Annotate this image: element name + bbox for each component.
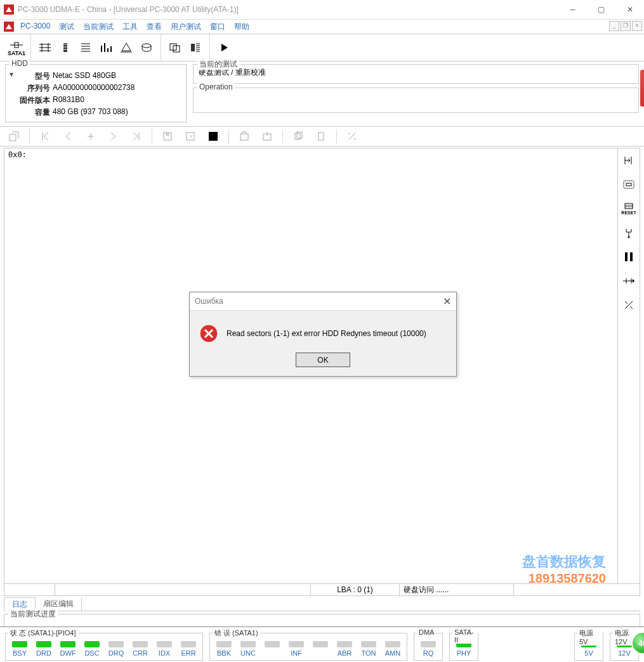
tb-btn-3[interactable] bbox=[76, 36, 96, 59]
export-icon[interactable] bbox=[180, 128, 200, 145]
error-dialog: Ошибка ✕ Read sectors (1-1) ext error HD… bbox=[189, 292, 457, 377]
copy-icon[interactable] bbox=[288, 128, 308, 145]
indicator-label: 12V bbox=[618, 649, 631, 657]
close-button[interactable]: ✕ bbox=[615, 0, 644, 19]
svg-point-23 bbox=[628, 237, 630, 238]
editor-statusbar: LBA : 0 (1) 硬盘访问 ...... bbox=[4, 584, 640, 596]
first-icon[interactable] bbox=[35, 128, 55, 145]
indicator-label: CRR bbox=[133, 649, 148, 657]
side-btn-1[interactable] bbox=[621, 153, 636, 167]
tb2-btn-b[interactable] bbox=[257, 128, 277, 145]
side-btn-reset[interactable]: RESET bbox=[621, 202, 636, 216]
svg-point-6 bbox=[142, 44, 151, 48]
svg-rect-19 bbox=[319, 133, 324, 140]
menu-view[interactable]: 查看 bbox=[143, 20, 166, 34]
operation-group: Operation bbox=[193, 88, 639, 113]
side-btn-5[interactable] bbox=[621, 298, 636, 312]
menu-test[interactable]: 测试 bbox=[55, 20, 78, 34]
svg-rect-20 bbox=[624, 181, 634, 188]
group-status: 状 态 (SATA1)-[PIO4] BSYDRDDWFDSCDRQCRRIDX… bbox=[5, 633, 203, 661]
tb-btn-1[interactable] bbox=[35, 36, 55, 59]
tb-btn-4[interactable] bbox=[96, 36, 116, 59]
status-indicator-BSY: BSY bbox=[10, 641, 30, 659]
menu-current-test[interactable]: 当前测试 bbox=[79, 20, 117, 34]
svg-rect-10 bbox=[10, 134, 16, 141]
status-indicator-DRQ: DRQ bbox=[106, 641, 126, 659]
error-indicator-INF: INF bbox=[286, 641, 306, 659]
tb2-btn-1[interactable] bbox=[4, 128, 24, 145]
menu-help[interactable]: 帮助 bbox=[230, 20, 253, 34]
svg-rect-9 bbox=[191, 44, 195, 51]
status-lba: LBA : 0 (1) bbox=[311, 584, 400, 595]
indicator-label: DWF bbox=[60, 649, 76, 657]
led-icon bbox=[133, 641, 148, 647]
indicator-label: TON bbox=[361, 649, 376, 657]
svg-rect-21 bbox=[626, 183, 631, 186]
val-serial: AA00000000000002738 bbox=[53, 83, 135, 94]
indicator-label: DSC bbox=[84, 649, 99, 657]
side-btn-3[interactable] bbox=[621, 226, 636, 240]
titlebar: PC-3000 UDMA-E - China - [Universal PC-3… bbox=[0, 0, 644, 20]
minimize-button[interactable]: ─ bbox=[558, 0, 587, 19]
val-model: Netac SSD 480GB bbox=[53, 71, 135, 82]
mdi-close-button[interactable]: × bbox=[632, 21, 642, 31]
menu-tools[interactable]: 工具 bbox=[119, 20, 141, 34]
menu-window[interactable]: 窗口 bbox=[206, 20, 229, 34]
indicator-label: 5V bbox=[584, 649, 593, 657]
dialog-message: Read sectors (1-1) ext error HDD Redynes… bbox=[227, 329, 426, 338]
port-label: SATA1 bbox=[8, 50, 25, 56]
side-tab-icon[interactable] bbox=[640, 70, 644, 107]
dma-indicator-RQ: RQ bbox=[418, 641, 438, 659]
tb-btn-7[interactable] bbox=[165, 36, 185, 59]
stop-icon[interactable] bbox=[203, 128, 223, 145]
settings-icon[interactable] bbox=[342, 128, 362, 145]
play-button[interactable] bbox=[214, 36, 234, 59]
save-icon[interactable] bbox=[157, 128, 178, 145]
operation-legend: Operation bbox=[197, 82, 235, 91]
dialog-ok-button[interactable]: OK bbox=[296, 353, 350, 367]
menu-app[interactable]: PC-3000 bbox=[16, 20, 54, 34]
led-icon bbox=[181, 641, 196, 647]
svg-rect-24 bbox=[625, 252, 628, 261]
svg-rect-25 bbox=[630, 252, 633, 261]
tb-btn-5[interactable] bbox=[116, 36, 136, 59]
status-indicator-IDX: IDX bbox=[154, 641, 174, 659]
indicator-label: UNC bbox=[240, 649, 256, 657]
hdd-expand-icon[interactable]: ▾ bbox=[8, 70, 15, 79]
side-btn-4[interactable] bbox=[621, 274, 636, 288]
val-cap: 480 GB (937 703 088) bbox=[53, 107, 135, 118]
tb2-btn-a[interactable] bbox=[234, 128, 254, 145]
dialog-close-button[interactable]: ✕ bbox=[443, 295, 451, 308]
next-icon[interactable] bbox=[103, 128, 124, 145]
indicator-bar: 状 态 (SATA1)-[PIO4] BSYDRDDWFDSCDRQCRRIDX… bbox=[0, 626, 644, 662]
paste-icon[interactable] bbox=[311, 128, 331, 145]
current-test-group: 当前的测试 硬盘测试 / 重新校准 bbox=[193, 64, 639, 84]
lbl-fw: 固件版本 bbox=[15, 95, 50, 106]
led-icon bbox=[337, 641, 352, 647]
status-access: 硬盘访问 ...... bbox=[400, 584, 514, 595]
lbl-model: 型号 bbox=[15, 71, 50, 82]
mdi-minimize-button[interactable]: _ bbox=[609, 21, 619, 31]
last-icon[interactable] bbox=[126, 128, 147, 145]
status-legend: 状 态 (SATA1)-[PIO4] bbox=[8, 628, 78, 638]
menu-user-test[interactable]: 用户测试 bbox=[167, 20, 205, 34]
mdi-restore-button[interactable]: ❐ bbox=[621, 21, 631, 31]
pause-icon[interactable] bbox=[621, 250, 636, 264]
tb-btn-2[interactable] bbox=[55, 36, 76, 59]
tb-btn-8[interactable] bbox=[185, 36, 206, 59]
led-icon bbox=[157, 641, 172, 647]
prev-icon[interactable] bbox=[58, 128, 78, 145]
led-icon bbox=[60, 641, 76, 647]
hdd-legend: HDD bbox=[10, 59, 30, 68]
goto-icon[interactable] bbox=[81, 128, 101, 145]
led-icon bbox=[84, 641, 100, 647]
lbl-cap: 容量 bbox=[15, 107, 50, 118]
hdd-info-group: HDD ▾ 型号 Netac SSD 480GB 序列号 AA000000000… bbox=[5, 64, 187, 122]
tb-btn-6[interactable] bbox=[136, 36, 157, 59]
indicator-label: ABR bbox=[338, 649, 352, 657]
maximize-button[interactable]: ▢ bbox=[587, 0, 615, 19]
led-icon bbox=[108, 641, 124, 647]
port-button[interactable]: SATA1 bbox=[6, 36, 27, 59]
indicator-label: PHY bbox=[457, 649, 471, 657]
side-btn-2[interactable] bbox=[621, 178, 636, 191]
